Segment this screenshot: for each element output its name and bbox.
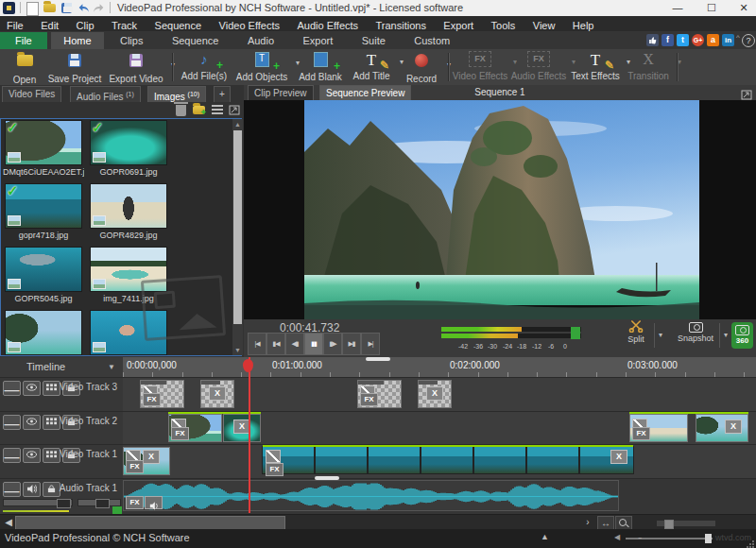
lock-icon[interactable]: [43, 482, 60, 497]
clip-frame[interactable]: [474, 447, 525, 473]
tab-export[interactable]: Export: [290, 32, 345, 50]
add-folder-icon[interactable]: +: [192, 103, 206, 116]
fx-badge[interactable]: FX: [360, 393, 378, 406]
add-blank-button[interactable]: + Add Blank: [295, 51, 346, 83]
storyboard-icon[interactable]: [43, 448, 60, 463]
like-thumb-icon[interactable]: [646, 34, 659, 46]
timeline-clip[interactable]: X FX: [123, 447, 170, 475]
delete-media-icon[interactable]: [174, 103, 188, 116]
facebook-icon[interactable]: f: [662, 34, 674, 46]
clip-frame[interactable]: [421, 447, 472, 473]
track-lane[interactable]: FX: [123, 479, 756, 514]
tab-custom[interactable]: Custom: [402, 32, 462, 50]
fx-badge[interactable]: FX: [632, 427, 650, 440]
scroll-right-icon[interactable]: ›: [580, 516, 595, 528]
tab-file[interactable]: File: [0, 32, 47, 50]
slider-thumb[interactable]: [705, 534, 712, 543]
timeline-clip[interactable]: X: [418, 380, 452, 408]
slider-thumb[interactable]: [57, 499, 71, 508]
eye-icon[interactable]: [23, 415, 41, 430]
step-forward-button[interactable]: ▮▶: [323, 333, 342, 355]
tab-audio[interactable]: Audio: [235, 32, 286, 50]
googleplus-icon[interactable]: G+: [692, 34, 704, 46]
split-button[interactable]: Split: [619, 319, 653, 351]
track-lane[interactable]: X FX FX X: [123, 445, 756, 478]
export-video-button[interactable]: Export Video: [106, 51, 166, 83]
tab-sequence-preview[interactable]: Sequence Preview: [319, 85, 411, 101]
media-thumbnail[interactable]: ✓: [6, 184, 81, 228]
tab-clips[interactable]: Clips: [108, 32, 155, 50]
speaker-icon[interactable]: [23, 482, 41, 497]
video-effects-button[interactable]: FX Video Effects: [452, 51, 508, 83]
timeline-clip[interactable]: FX: [140, 380, 184, 408]
timeline-clip[interactable]: FX: [357, 380, 402, 408]
pan-slider[interactable]: [77, 499, 121, 506]
linkedin-icon[interactable]: in: [722, 34, 734, 46]
detach-panel-icon[interactable]: [228, 103, 242, 116]
maximize-button[interactable]: ☐: [697, 0, 726, 16]
tab-sequence[interactable]: Sequence: [160, 32, 232, 50]
step-back-button[interactable]: ◀▮: [285, 333, 304, 355]
fx-badge[interactable]: FX: [266, 463, 284, 476]
tab-home[interactable]: Home: [51, 32, 103, 50]
split-dropdown-arrow[interactable]: ▾: [654, 323, 666, 348]
tab-images[interactable]: Images (10): [147, 86, 206, 102]
go-start-button[interactable]: |◀: [248, 333, 266, 355]
transition-icon[interactable]: X: [209, 386, 226, 401]
snapshot-dropdown-arrow[interactable]: ▾: [719, 323, 731, 348]
media-thumbnail[interactable]: ✓: [6, 121, 81, 164]
close-button[interactable]: ✕: [730, 0, 756, 16]
go-end-button[interactable]: ▶|: [361, 333, 380, 355]
scrollbar-thumb[interactable]: [233, 130, 242, 324]
open-button[interactable]: Open: [6, 51, 43, 83]
save-project-icon[interactable]: [60, 2, 73, 14]
minimize-button[interactable]: —: [663, 0, 692, 16]
add-title-button[interactable]: T✎ Add Title: [348, 51, 395, 83]
timeline-ruler[interactable]: 0:00:00,000 0:01:00.000 0:02:00.000 0:03…: [123, 357, 756, 377]
splitter-grip[interactable]: [366, 357, 390, 361]
mute-badge[interactable]: [145, 496, 163, 509]
timeline-zoom-slider[interactable]: [656, 520, 716, 527]
record-button[interactable]: Record: [401, 51, 442, 83]
media-scrollbar[interactable]: ▲ ▼: [232, 119, 243, 355]
redo-icon[interactable]: [93, 2, 105, 14]
track-lane[interactable]: FX X FX X: [123, 378, 756, 411]
timeline-clip[interactable]: X: [696, 414, 748, 442]
fit-timeline-icon[interactable]: ↔: [597, 516, 614, 530]
clip-frame[interactable]: [527, 447, 578, 473]
add-files-button[interactable]: ♪+ Add File(s): [178, 51, 231, 83]
list-view-icon[interactable]: [210, 103, 224, 116]
transition-icon[interactable]: X: [610, 450, 627, 464]
transition-icon[interactable]: X: [426, 386, 443, 401]
fade-icon[interactable]: [266, 450, 281, 463]
help-icon[interactable]: ?: [742, 34, 755, 47]
share-icon[interactable]: a: [707, 34, 719, 46]
media-item[interactable]: [3, 311, 84, 356]
media-item[interactable]: GOPR4829.jpg: [88, 184, 169, 240]
media-thumbnail[interactable]: [91, 184, 166, 228]
track-lane[interactable]: FX X FX X: [123, 412, 756, 444]
storyboard-icon[interactable]: [43, 415, 60, 430]
splitter-grip[interactable]: [315, 476, 339, 480]
media-item[interactable]: ✓ DMqt6CiUEAAO2ET.jpg: [3, 121, 84, 177]
preview-360-button[interactable]: 360: [731, 322, 753, 349]
collapse-track-icon[interactable]: —: [3, 482, 21, 497]
next-clip-button[interactable]: ▶▮: [342, 333, 361, 355]
timeline-selector[interactable]: Timeline ▼: [0, 357, 123, 377]
media-thumbnail[interactable]: [6, 311, 81, 354]
fx-badge[interactable]: FX: [171, 427, 189, 440]
timeline-clip[interactable]: X: [223, 414, 261, 442]
eye-icon[interactable]: [23, 448, 41, 463]
transition-icon[interactable]: X: [725, 420, 742, 434]
open-project-icon[interactable]: [43, 2, 56, 14]
zoom-selection-icon[interactable]: [615, 516, 632, 530]
tab-suite[interactable]: Suite: [350, 32, 398, 50]
resize-grip[interactable]: [747, 539, 754, 546]
detach-preview-icon[interactable]: [741, 87, 752, 97]
pause-button[interactable]: ▮▮: [304, 333, 323, 355]
prev-clip-button[interactable]: ▮◀: [266, 333, 285, 355]
clip-frame[interactable]: [316, 447, 367, 473]
transition-button[interactable]: X Transition: [624, 51, 673, 83]
scroll-down-icon[interactable]: ▼: [232, 345, 243, 355]
video-frame[interactable]: [304, 100, 699, 319]
